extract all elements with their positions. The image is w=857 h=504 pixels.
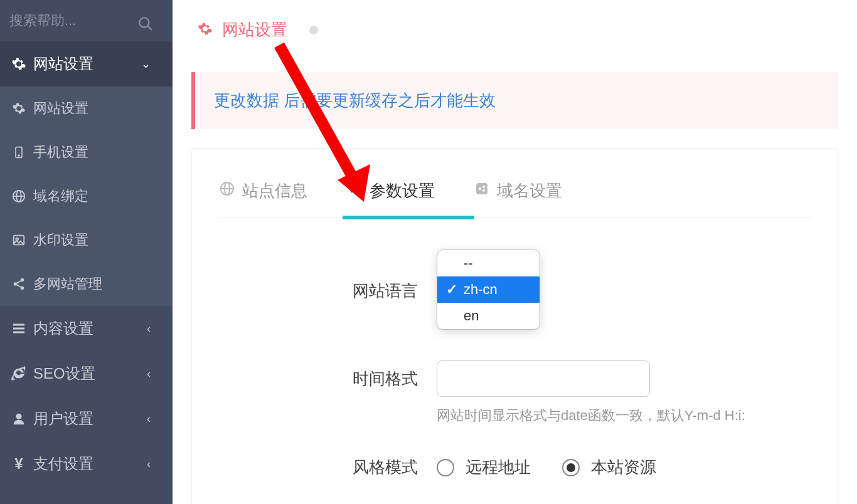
dropdown-option-blank[interactable]: --	[437, 250, 540, 276]
globe-icon	[9, 189, 28, 203]
phone-icon	[9, 145, 28, 159]
sidebar-subitem-site-settings[interactable]: 网站设置	[0, 87, 173, 130]
chevron-down-icon: ⌄	[141, 57, 151, 71]
breadcrumb-dot	[309, 26, 318, 34]
sidebar-item-label: 网站设置	[33, 54, 93, 74]
sidebar-item-site-settings[interactable]: 网站设置 ⌄	[0, 41, 173, 87]
user-icon	[9, 412, 28, 426]
sidebar-item-label: 支付设置	[33, 454, 93, 474]
dropdown-option-zhcn[interactable]: zh-cn	[437, 276, 540, 303]
sidebar-item-label: 水印设置	[33, 231, 88, 249]
sidebar-item-payment-settings[interactable]: ¥ 支付设置 ‹	[0, 441, 173, 486]
sidebar-subitem-multisite[interactable]: 多网站管理	[0, 262, 173, 306]
sidebar-item-label: 手机设置	[33, 143, 88, 162]
svg-line-13	[17, 285, 21, 287]
bars-icon	[9, 321, 28, 336]
breadcrumb-title: 网站设置	[222, 19, 287, 41]
settings-form: 网站语言 -- zh-cn en 时间格式 网站时间显示格式与date函数一致，…	[217, 218, 812, 478]
sidebar-subitem-watermark[interactable]: 水印设置	[0, 218, 173, 262]
yen-icon: ¥	[9, 455, 28, 473]
row-style-mode: 风格模式 远程地址 本站资源	[217, 456, 812, 478]
svg-point-3	[18, 155, 19, 156]
row-time-format: 时间格式	[217, 360, 812, 397]
sidebar-item-label: 用户设置	[33, 409, 93, 429]
sidebar-item-label: 域名绑定	[33, 187, 88, 206]
svg-point-22	[482, 186, 485, 188]
sidebar: 网站设置 ⌄ 网站设置 手机设置 域名绑定 水印设置 多网站管理 内容设置 ‹ …	[0, 0, 173, 504]
chevron-left-icon: ‹	[147, 367, 151, 381]
sidebar-item-seo-settings[interactable]: SEO设置 ‹	[0, 351, 173, 396]
sidebar-subitem-mobile-settings[interactable]: 手机设置	[0, 130, 173, 174]
alert-banner: 更改数据 后需要更新缓存之后才能生效	[191, 72, 838, 129]
globe-icon	[220, 181, 235, 201]
chevron-left-icon: ‹	[147, 322, 151, 335]
row-language: 网站语言 -- zh-cn en	[217, 249, 812, 332]
search-box	[0, 0, 173, 41]
radio-circle-icon	[437, 459, 454, 476]
gear-icon	[9, 56, 28, 71]
time-format-hint: 网站时间显示格式与date函数一致，默认Y-m-d H:i:	[437, 406, 812, 425]
language-label: 网站语言	[217, 280, 437, 302]
sidebar-subitem-domain-binding[interactable]: 域名绑定	[0, 174, 173, 218]
sidebar-item-label: 多网站管理	[33, 275, 102, 293]
svg-point-9	[21, 278, 24, 282]
sidebar-item-content-settings[interactable]: 内容设置 ‹	[0, 306, 173, 351]
tabs: 站点信息 参数设置 域名设置	[217, 174, 812, 218]
tab-param-settings[interactable]: 参数设置	[344, 174, 437, 218]
radio-circle-icon	[562, 459, 580, 476]
search-icon[interactable]	[137, 16, 154, 34]
style-mode-label: 风格模式	[217, 456, 437, 478]
sidebar-item-user-settings[interactable]: 用户设置 ‹	[0, 396, 173, 441]
tab-label: 站点信息	[242, 180, 307, 202]
svg-point-10	[14, 282, 18, 286]
breadcrumb: 网站设置	[173, 0, 857, 47]
svg-point-0	[139, 18, 149, 27]
ie-icon	[9, 366, 28, 381]
radio-label: 远程地址	[466, 456, 531, 478]
chevron-left-icon: ‹	[147, 412, 151, 426]
svg-point-23	[479, 187, 481, 190]
image-icon	[9, 233, 28, 247]
language-dropdown[interactable]: -- zh-cn en	[437, 249, 540, 330]
svg-point-17	[16, 414, 21, 419]
radio-label: 本站资源	[591, 456, 656, 478]
tab-domain-settings[interactable]: 域名设置	[472, 174, 565, 218]
dropdown-option-en[interactable]: en	[437, 303, 540, 329]
radio-local[interactable]: 本站资源	[562, 456, 656, 478]
gear-icon	[347, 181, 362, 201]
share-icon	[474, 181, 489, 201]
svg-point-8	[16, 238, 18, 240]
sidebar-item-label: 网站设置	[33, 99, 88, 118]
svg-point-24	[482, 189, 485, 192]
gear-icon	[9, 102, 28, 115]
tab-site-info[interactable]: 站点信息	[217, 174, 310, 218]
svg-line-1	[147, 26, 152, 30]
svg-rect-21	[476, 183, 487, 194]
main-content: 网站设置 更改数据 后需要更新缓存之后才能生效 站点信息 参数设置 域名设置 网…	[173, 0, 857, 504]
sidebar-item-label: 内容设置	[33, 318, 93, 339]
time-format-label: 时间格式	[217, 368, 437, 390]
style-mode-radio-group: 远程地址 本站资源	[437, 456, 812, 478]
tab-label: 域名设置	[497, 180, 562, 202]
sidebar-item-label: SEO设置	[33, 364, 95, 384]
svg-point-11	[21, 286, 24, 290]
gear-icon	[198, 21, 213, 39]
time-format-input[interactable]	[437, 360, 650, 397]
chevron-left-icon: ‹	[147, 458, 151, 471]
radio-remote[interactable]: 远程地址	[437, 456, 531, 478]
tab-label: 参数设置	[370, 180, 435, 202]
alert-text: 更改数据 后需要更新缓存之后才能生效	[214, 91, 496, 110]
settings-panel: 站点信息 参数设置 域名设置 网站语言 -- zh-cn en	[191, 148, 838, 504]
svg-line-12	[17, 281, 21, 283]
share-icon	[9, 277, 28, 291]
